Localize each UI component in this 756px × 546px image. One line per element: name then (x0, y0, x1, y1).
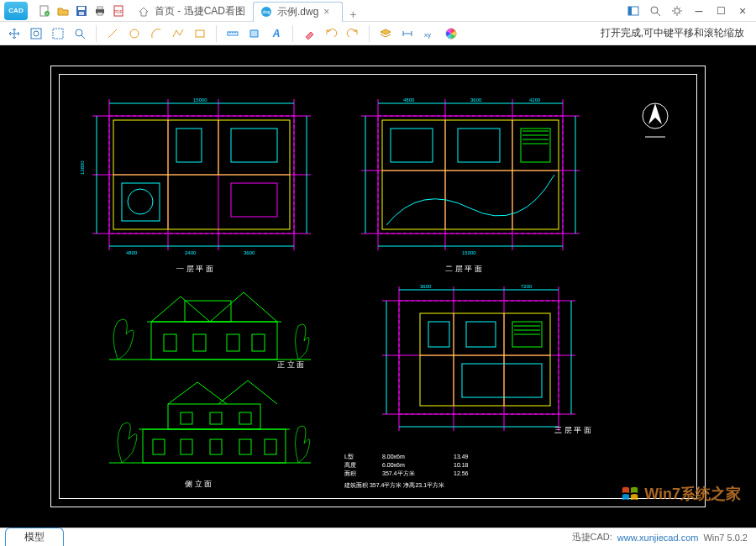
print-button[interactable] (92, 3, 108, 18)
layers-icon (379, 27, 392, 40)
color-wheel-button[interactable] (442, 24, 460, 43)
svg-point-34 (130, 29, 139, 38)
toggle-panel-button[interactable] (625, 3, 642, 18)
svg-rect-63 (231, 183, 277, 217)
svg-rect-129 (462, 364, 542, 397)
ruler-icon (226, 27, 239, 40)
export-pdf-button[interactable]: PDF (111, 3, 126, 18)
svg-line-16 (657, 13, 660, 16)
svg-rect-124 (466, 322, 496, 347)
svg-point-60 (128, 189, 153, 214)
minimize-icon: – (696, 3, 703, 18)
tab-file[interactable]: dwg 示例.dwg × (253, 2, 343, 22)
svg-rect-95 (193, 334, 206, 351)
dimension-button[interactable] (398, 24, 417, 43)
text-tool-button[interactable]: A (267, 24, 286, 43)
dimension-icon (401, 27, 414, 40)
svg-text:高度: 高度 (344, 462, 356, 468)
svg-rect-96 (227, 334, 239, 351)
separator (292, 25, 293, 42)
text-icon: A (273, 28, 281, 39)
svg-rect-14 (628, 7, 632, 15)
plan2-caption: 二 层 平 面 (445, 264, 482, 275)
area-icon (248, 27, 261, 40)
search-icon (649, 5, 661, 17)
polyline-icon (171, 27, 185, 40)
add-tab-button[interactable]: + (345, 7, 360, 22)
svg-rect-104 (210, 439, 222, 454)
minimize-button[interactable]: – (690, 3, 707, 18)
dim-text: 15000 (193, 97, 207, 102)
tab-file-label: 示例.dwg (277, 5, 318, 19)
save-button[interactable] (74, 3, 89, 18)
elev2-caption: 侧 立 面 (185, 479, 212, 490)
dim-text: 2400 (185, 250, 197, 255)
svg-text:建筑面积  357.4平方米   净高23.1平方米: 建筑面积 357.4平方米 净高23.1平方米 (344, 482, 444, 488)
maximize-button[interactable]: ☐ (712, 3, 729, 18)
zoom-window-button[interactable] (49, 24, 67, 43)
svg-text:L型: L型 (344, 454, 354, 459)
floor-plan-3: 36007200 (370, 280, 588, 439)
cad-file-icon: dwg (260, 6, 272, 18)
svg-line-22 (674, 8, 675, 9)
svg-point-31 (76, 29, 82, 36)
measure-distance-button[interactable] (223, 24, 242, 43)
pan-tool-button[interactable] (5, 24, 24, 43)
svg-rect-94 (164, 334, 176, 351)
svg-rect-68 (378, 116, 563, 234)
svg-text:357.4平方米: 357.4平方米 (382, 470, 415, 476)
erase-tool-button[interactable] (300, 24, 318, 43)
measure-area-button[interactable] (245, 24, 264, 43)
elev1-caption: 正 立 面 (277, 360, 304, 370)
polyline-tool-button[interactable] (169, 24, 187, 43)
layers-button[interactable] (376, 24, 395, 43)
coords-button[interactable]: xy (420, 24, 438, 43)
svg-line-33 (108, 29, 117, 38)
arc-tool-button[interactable] (147, 24, 165, 43)
status-brand: 迅捷CAD: (572, 531, 612, 543)
dim-text: 4800 (403, 97, 415, 102)
model-space-tab[interactable]: 模型 (5, 528, 64, 546)
redo-button[interactable] (344, 24, 362, 43)
open-file-button[interactable] (55, 3, 71, 18)
zoom-tool-button[interactable] (71, 24, 89, 43)
close-button[interactable]: × (734, 3, 751, 18)
circle-tool-button[interactable] (125, 24, 144, 43)
line-tool-button[interactable] (103, 24, 122, 43)
rect-tool-button[interactable] (191, 24, 209, 43)
drawing-sheet: 15000 480024003600 13800 一 层 平 面 4800360… (50, 66, 706, 507)
north-arrow-icon (638, 99, 672, 141)
arc-icon (150, 27, 163, 40)
rect-icon (193, 27, 207, 40)
svg-rect-105 (239, 439, 251, 454)
model-tab-label: 模型 (24, 530, 45, 544)
tab-home-label: 首页 - 迅捷CAD看图 (155, 4, 245, 18)
svg-rect-62 (231, 129, 277, 162)
tab-close-button[interactable]: × (323, 7, 333, 17)
undo-button[interactable] (322, 24, 340, 43)
save-icon (76, 5, 87, 17)
svg-text:12.56: 12.56 (454, 470, 469, 476)
svg-text:+: + (46, 11, 49, 16)
search-button[interactable] (647, 3, 664, 18)
svg-rect-30 (53, 29, 63, 39)
tab-home[interactable]: 首页 - 迅捷CAD看图 (131, 2, 254, 22)
svg-line-24 (674, 13, 675, 14)
new-file-button[interactable]: + (37, 3, 52, 18)
titlebar: CAD + PDF 首页 - 迅捷CAD看图 dwg 示例.dw (0, 0, 756, 22)
svg-rect-102 (153, 439, 165, 454)
drawing-canvas[interactable]: 15000 480024003600 13800 一 层 平 面 4800360… (0, 45, 756, 528)
floor-plan-1: 15000 480024003600 13800 (76, 91, 328, 259)
svg-text:PDF: PDF (114, 9, 123, 14)
statusbar: 模型 迅捷CAD: www.xunjiecad.com Win7 5.0.2 (0, 528, 756, 546)
zoom-extents-button[interactable] (27, 24, 45, 43)
line-icon (106, 27, 119, 40)
svg-rect-61 (176, 129, 202, 162)
xyz-icon: xy (423, 27, 436, 40)
svg-text:8.00x6m: 8.00x6m (382, 454, 405, 459)
main-toolbar: A xy 打开完成,可中键平移和滚轮缩放 (0, 22, 756, 45)
svg-rect-101 (168, 404, 260, 429)
settings-button[interactable] (669, 3, 685, 18)
svg-text:面积: 面积 (344, 470, 356, 476)
svg-text:6.00x6m: 6.00x6m (382, 462, 405, 468)
